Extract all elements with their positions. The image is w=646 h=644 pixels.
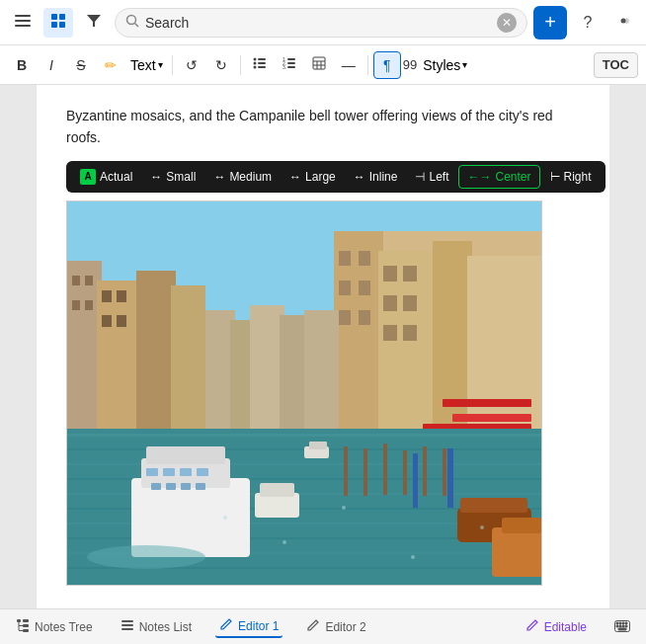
paragraph-button[interactable]: ¶ xyxy=(373,51,401,79)
actual-icon: A xyxy=(80,169,96,185)
svg-rect-112 xyxy=(17,619,21,622)
divider-button[interactable]: — xyxy=(335,51,363,79)
image-center-button[interactable]: ←→ Center xyxy=(458,165,539,189)
numbered-list-button[interactable]: 1. 2. 3. xyxy=(276,51,303,79)
svg-point-10 xyxy=(253,58,256,61)
gear-icon xyxy=(615,13,631,33)
settings-button[interactable] xyxy=(608,8,638,38)
styles-chevron: ▾ xyxy=(462,59,467,70)
editor-text[interactable]: Byzantine mosaics, and the Campanile bel… xyxy=(66,105,580,149)
keyboard-tab[interactable] xyxy=(610,617,634,637)
notes-list-tab[interactable]: Notes List xyxy=(117,616,196,637)
strikethrough-button[interactable]: S xyxy=(67,51,95,79)
svg-line-9 xyxy=(135,24,139,28)
table-button[interactable] xyxy=(305,51,333,79)
plus-icon: + xyxy=(544,11,556,34)
help-icon: ? xyxy=(584,14,593,32)
image-right-button[interactable]: ⊢ Right xyxy=(542,166,600,188)
svg-point-14 xyxy=(253,66,256,69)
text-style-label: Text xyxy=(130,57,156,73)
editable-tab[interactable]: Editable xyxy=(522,616,591,637)
svg-point-107 xyxy=(480,525,484,529)
highlight-icon: ✏ xyxy=(105,57,117,73)
toc-button[interactable]: TOC xyxy=(594,52,638,78)
search-bar: ✕ xyxy=(115,8,527,38)
image-inline-button[interactable]: ↔ Inline xyxy=(346,166,406,188)
svg-rect-71 xyxy=(67,463,542,465)
svg-rect-92 xyxy=(260,483,294,497)
table-icon xyxy=(312,56,326,73)
small-icon: ↔ xyxy=(150,170,162,184)
svg-rect-22 xyxy=(313,57,325,69)
svg-rect-65 xyxy=(250,305,284,429)
line-count: 99 xyxy=(403,57,417,72)
italic-button[interactable]: I xyxy=(38,51,65,79)
menu-button[interactable] xyxy=(8,8,38,38)
editor1-icon xyxy=(219,617,233,634)
svg-rect-35 xyxy=(72,300,80,310)
search-clear-button[interactable]: ✕ xyxy=(497,13,517,33)
redo-icon: ↻ xyxy=(215,57,227,73)
highlight-button[interactable]: ✏ xyxy=(97,51,124,79)
svg-rect-54 xyxy=(383,295,397,311)
image-large-button[interactable]: ↔ Large xyxy=(282,166,344,188)
svg-rect-69 xyxy=(67,434,542,437)
inline-label: Inline xyxy=(369,170,398,184)
inline-icon: ↔ xyxy=(354,170,365,184)
svg-rect-34 xyxy=(85,276,93,285)
notes-tree-tab[interactable]: Notes Tree xyxy=(12,616,97,637)
svg-rect-67 xyxy=(304,310,339,429)
large-icon: ↔ xyxy=(289,170,301,184)
venice-image[interactable] xyxy=(66,201,542,586)
separator-1 xyxy=(172,55,173,75)
redo-button[interactable]: ↻ xyxy=(207,51,235,79)
svg-rect-95 xyxy=(492,527,542,577)
image-size-toolbar: A Actual ↔ Small ↔ Medium ↔ Large ↔ Inli… xyxy=(66,161,606,193)
italic-icon: I xyxy=(49,57,53,73)
menu-icon xyxy=(15,13,31,33)
search-input[interactable] xyxy=(145,15,491,31)
svg-rect-58 xyxy=(443,399,531,407)
editor2-label: Editor 2 xyxy=(325,620,365,634)
editor-page: Byzantine mosaics, and the Campanile bel… xyxy=(37,85,609,608)
image-left-button[interactable]: ⊣ Left xyxy=(407,166,456,188)
styles-dropdown[interactable]: Styles ▾ xyxy=(419,55,471,75)
center-label: Center xyxy=(495,170,530,184)
svg-point-12 xyxy=(253,62,256,65)
editor2-tab[interactable]: Editor 2 xyxy=(302,616,369,637)
grid-button[interactable] xyxy=(43,8,73,38)
svg-rect-11 xyxy=(258,58,266,60)
svg-rect-130 xyxy=(625,625,627,627)
svg-point-104 xyxy=(283,540,286,544)
keyboard-icon xyxy=(614,619,630,635)
svg-rect-59 xyxy=(452,414,531,422)
svg-rect-4 xyxy=(59,14,65,20)
svg-rect-13 xyxy=(258,62,266,64)
svg-rect-47 xyxy=(359,251,370,266)
add-button[interactable]: + xyxy=(533,6,567,40)
svg-rect-94 xyxy=(460,498,527,513)
image-actual-button[interactable]: A Actual xyxy=(72,165,140,189)
svg-rect-98 xyxy=(363,448,367,496)
undo-button[interactable]: ↺ xyxy=(178,51,205,79)
text-style-dropdown[interactable]: Text ▾ xyxy=(126,55,167,75)
svg-rect-55 xyxy=(403,295,417,311)
filter-button[interactable] xyxy=(79,8,109,38)
bullet-list-button[interactable] xyxy=(246,51,274,79)
svg-point-105 xyxy=(342,506,346,510)
right-align-icon: ⊢ xyxy=(550,170,560,184)
bullet-list-icon xyxy=(253,56,267,73)
editor1-tab[interactable]: Editor 1 xyxy=(215,615,283,638)
bold-button[interactable]: B xyxy=(8,51,36,79)
svg-rect-123 xyxy=(616,622,618,624)
main-content: Byzantine mosaics, and the Campanile bel… xyxy=(0,85,646,608)
help-button[interactable]: ? xyxy=(573,8,603,38)
image-medium-button[interactable]: ↔ Medium xyxy=(205,166,280,188)
top-toolbar: ✕ + ? xyxy=(0,0,646,45)
image-small-button[interactable]: ↔ Small xyxy=(142,166,203,188)
svg-rect-51 xyxy=(359,310,370,325)
left-label: Left xyxy=(429,170,448,184)
grid-icon xyxy=(50,13,66,33)
editable-icon xyxy=(525,618,539,635)
svg-rect-131 xyxy=(618,628,626,630)
